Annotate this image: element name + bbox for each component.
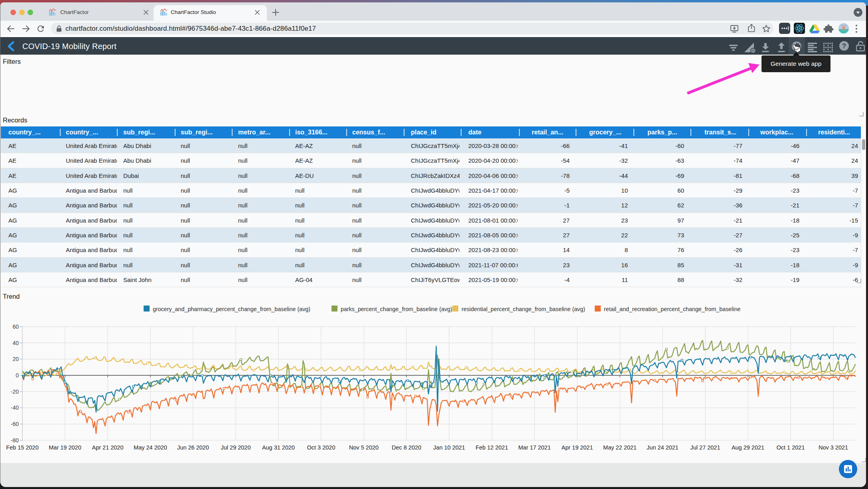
svg-text:Nov 5 2020: Nov 5 2020: [349, 444, 379, 451]
svg-text:Jun 26 2020: Jun 26 2020: [177, 444, 209, 451]
svg-text:May 24 2020: May 24 2020: [134, 444, 167, 451]
svg-text:Aug 29 2021: Aug 29 2021: [732, 444, 764, 451]
svg-text:Oct 1 2021: Oct 1 2021: [777, 444, 805, 451]
svg-text:Feb 12 2021: Feb 12 2021: [475, 444, 508, 451]
svg-text:Mar 19 2020: Mar 19 2020: [49, 444, 81, 451]
svg-text:-20: -20: [11, 388, 19, 395]
svg-text:?: ?: [842, 42, 846, 50]
svg-text:Jul 27 2021: Jul 27 2021: [690, 444, 720, 451]
svg-text:-60: -60: [11, 421, 19, 427]
svg-text:Oct 3 2020: Oct 3 2020: [307, 444, 335, 451]
svg-text:Dec 8 2020: Dec 8 2020: [392, 444, 421, 451]
svg-text:Jan 10 2021: Jan 10 2021: [433, 444, 465, 451]
svg-text:Apr 21 2020: Apr 21 2020: [92, 444, 123, 451]
svg-text:Nov 3 2021: Nov 3 2021: [819, 444, 848, 451]
svg-text:-80: -80: [11, 437, 19, 444]
svg-text:0: 0: [16, 372, 19, 379]
svg-text:20: 20: [12, 356, 19, 362]
svg-text:60: 60: [12, 323, 19, 330]
svg-text:Feb 15 2020: Feb 15 2020: [6, 444, 38, 451]
svg-text:May 22 2021: May 22 2021: [603, 444, 637, 451]
svg-text:40: 40: [12, 340, 19, 346]
svg-text:-40: -40: [11, 404, 19, 411]
svg-text:Mar 17 2021: Mar 17 2021: [518, 444, 550, 451]
svg-text:Jul 29 2020: Jul 29 2020: [221, 444, 251, 451]
svg-text:Jun 24 2021: Jun 24 2021: [647, 444, 679, 451]
svg-text:Apr 19 2021: Apr 19 2021: [561, 444, 593, 451]
svg-text:Aug 31 2020: Aug 31 2020: [262, 444, 295, 451]
